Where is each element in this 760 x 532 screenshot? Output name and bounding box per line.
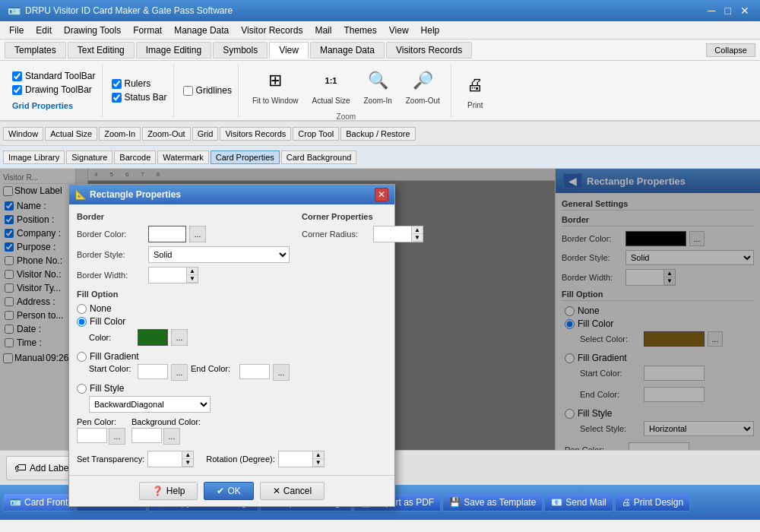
save-template-btn[interactable]: 💾 Save as Template xyxy=(442,493,543,511)
modal-border-width-input[interactable]: 3 xyxy=(148,267,186,283)
modal-fill-none-radio[interactable] xyxy=(77,304,87,314)
menu-format[interactable]: Format xyxy=(127,24,168,37)
window-button[interactable]: Window xyxy=(3,127,43,141)
rulers-check[interactable]: Rulers xyxy=(112,78,167,89)
crop-tool-btn[interactable]: Crop Tool xyxy=(293,127,339,141)
modal-fill-style-radio[interactable] xyxy=(77,384,87,394)
menu-edit[interactable]: Edit xyxy=(30,24,58,37)
menu-drawing-tools[interactable]: Drawing Tools xyxy=(58,24,127,37)
menu-file[interactable]: File xyxy=(3,24,30,37)
zoom-in-button[interactable]: 🔍 Zoom-In xyxy=(359,59,397,112)
modal-pen-color-btn[interactable]: ... xyxy=(109,428,125,445)
standard-toolbar-checkbox[interactable] xyxy=(12,71,22,81)
modal-fill-color[interactable]: Fill Color xyxy=(77,316,290,327)
trans-up[interactable]: ▲ xyxy=(182,451,193,459)
send-mail-btn[interactable]: 📧 Send Mail xyxy=(544,493,613,511)
minimize-button[interactable]: ─ xyxy=(705,5,719,17)
modal-fill-color-radio[interactable] xyxy=(77,317,87,327)
card-properties-btn[interactable]: Card Properties xyxy=(211,150,280,164)
modal-pen-color-box[interactable] xyxy=(77,428,107,443)
status-bar-check[interactable]: Status Bar xyxy=(112,92,167,103)
zoom-out-btn[interactable]: Zoom-Out xyxy=(142,127,191,141)
grid-properties-link[interactable]: Grid Properties xyxy=(12,101,96,110)
fit-to-window-button[interactable]: ⊞ Fit to Window xyxy=(248,59,303,112)
modal-start-color-btn[interactable]: ... xyxy=(171,364,188,381)
modal-bw-down[interactable]: ▼ xyxy=(187,275,198,283)
menu-view[interactable]: View xyxy=(383,24,415,37)
modal-close-button[interactable]: ✕ xyxy=(375,188,388,201)
grid-btn[interactable]: Grid xyxy=(192,127,219,141)
backup-restore-btn[interactable]: Backup / Restore xyxy=(340,127,415,141)
zoom-out-button[interactable]: 🔎 Zoom-Out xyxy=(401,59,445,112)
close-button[interactable]: ✕ xyxy=(737,5,752,17)
modal-border-color-box[interactable] xyxy=(148,226,186,242)
tab-view[interactable]: View xyxy=(269,42,309,59)
actual-size-btn[interactable]: Actual Size xyxy=(45,127,97,141)
zoom-out-label: Zoom-Out xyxy=(406,97,440,105)
zoom-in-btn[interactable]: Zoom-In xyxy=(99,127,141,141)
tab-manage-data[interactable]: Manage Data xyxy=(310,42,385,59)
rulers-checkbox[interactable] xyxy=(112,79,122,89)
gridlines-checkbox[interactable] xyxy=(183,86,193,96)
menu-visitor-records[interactable]: Visitor Records xyxy=(235,24,309,37)
signature-btn[interactable]: Signature xyxy=(66,150,112,164)
tab-text-editing[interactable]: Text Editing xyxy=(68,42,135,59)
menu-themes[interactable]: Themes xyxy=(337,24,382,37)
image-library-btn[interactable]: Image Library xyxy=(3,150,65,164)
tab-symbols[interactable]: Symbols xyxy=(213,42,268,59)
actual-size-label: Actual Size xyxy=(312,97,350,105)
rot-up[interactable]: ▲ xyxy=(313,451,324,459)
modal-fill-style[interactable]: Fill Style xyxy=(77,383,290,394)
cancel-icon: ✕ xyxy=(273,486,280,496)
modal-start-color-box[interactable] xyxy=(138,364,168,379)
maximize-button[interactable]: □ xyxy=(722,5,734,17)
modal-end-color-box[interactable] xyxy=(239,364,270,379)
app-icon: 🪪 xyxy=(8,5,21,17)
status-bar-checkbox[interactable] xyxy=(112,93,122,103)
modal-bw-up[interactable]: ▲ xyxy=(187,268,198,275)
trans-down[interactable]: ▼ xyxy=(182,459,193,467)
modal-border-style-select[interactable]: Solid xyxy=(148,246,290,263)
fill-green-color-box[interactable] xyxy=(138,329,168,346)
modal-fill-none[interactable]: None xyxy=(77,303,290,314)
cancel-button[interactable]: ✕ Cancel xyxy=(260,482,325,500)
collapse-button[interactable]: Collapse xyxy=(706,43,755,57)
standard-toolbar-check[interactable]: Standard ToolBar xyxy=(12,71,96,81)
rotation-input[interactable]: 0 xyxy=(278,451,312,467)
modal-fill-gradient-radio[interactable] xyxy=(77,352,87,362)
modal-end-color-btn[interactable]: ... xyxy=(273,364,290,381)
corner-radius-down[interactable]: ▼ xyxy=(412,234,423,242)
ok-icon: ✔ xyxy=(217,486,224,496)
transparency-spinners: ▲ ▼ xyxy=(182,451,194,467)
menu-manage-data[interactable]: Manage Data xyxy=(168,24,235,37)
menu-mail[interactable]: Mail xyxy=(309,24,337,37)
help-button[interactable]: ❓ Help xyxy=(139,482,198,500)
modal-bg-color-btn[interactable]: ... xyxy=(163,428,180,445)
corner-radius-up[interactable]: ▲ xyxy=(412,226,423,234)
menu-help[interactable]: Help xyxy=(415,24,446,37)
card-front-nav-btn[interactable]: 🪪 Card Front xyxy=(3,493,74,511)
gridlines-check[interactable]: Gridlines xyxy=(183,85,232,96)
visitors-records-btn[interactable]: Visitors Records xyxy=(220,127,291,141)
print-design-btn[interactable]: 🖨 Print Design xyxy=(615,493,690,511)
drawing-toolbar-check[interactable]: Drawing ToolBar xyxy=(12,84,96,95)
drawing-toolbar-checkbox[interactable] xyxy=(12,85,22,95)
corner-radius-input[interactable]: 1 xyxy=(373,226,411,242)
actual-size-button[interactable]: 1:1 Actual Size xyxy=(307,59,354,112)
modal-border-color-btn[interactable]: ... xyxy=(189,226,206,242)
tab-visitors-records[interactable]: Visitors Records xyxy=(386,42,472,59)
watermark-btn[interactable]: Watermark xyxy=(157,150,208,164)
print-button[interactable]: 🖨 Print xyxy=(454,64,496,117)
gradient-color-row: Start Color: ... End Color: ... xyxy=(89,364,290,381)
modal-bg-color-box[interactable] xyxy=(131,428,162,443)
rot-down[interactable]: ▼ xyxy=(313,459,324,467)
transparency-input[interactable]: 100 xyxy=(147,451,182,467)
modal-fill-style-select[interactable]: BackwardDiagonal xyxy=(89,396,211,413)
tab-templates[interactable]: Templates xyxy=(5,42,66,59)
modal-fill-gradient[interactable]: Fill Gradient xyxy=(77,351,290,362)
tab-image-editing[interactable]: Image Editing xyxy=(136,42,211,59)
card-background-btn[interactable]: Card Background xyxy=(281,150,357,164)
fill-green-color-btn[interactable]: ... xyxy=(171,329,188,346)
ok-button[interactable]: ✔ OK xyxy=(204,482,253,500)
barcode-btn[interactable]: Barcode xyxy=(114,150,156,164)
